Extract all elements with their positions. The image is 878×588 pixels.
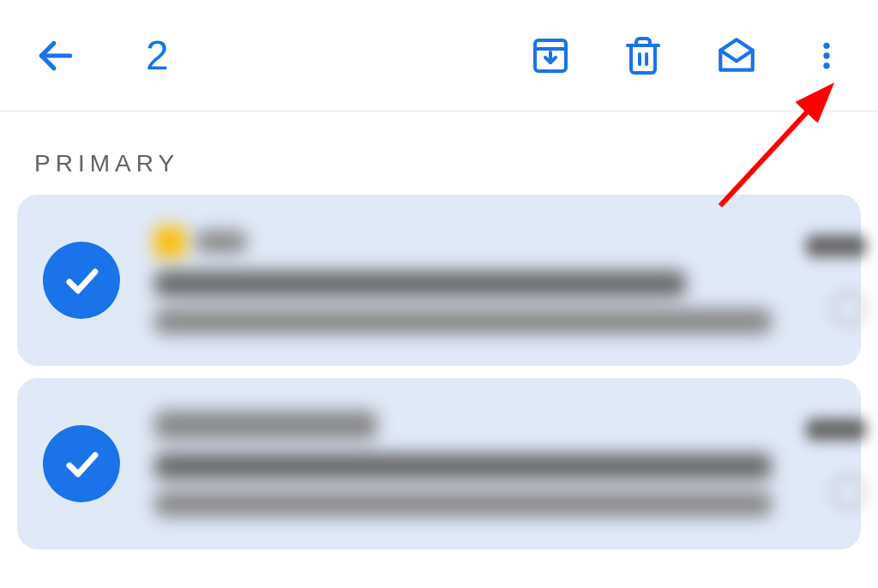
selection-toolbar: 2 [0,0,878,111]
selection-indicator[interactable] [43,242,120,319]
email-subject [154,453,772,479]
sender-name [195,231,247,253]
more-options-button[interactable] [809,35,844,76]
email-content [154,411,772,517]
selection-indicator[interactable] [43,425,120,502]
sender-name [154,411,377,440]
section-label: PRIMARY [0,111,878,195]
email-item[interactable] [17,195,861,366]
archive-icon [530,35,571,76]
email-meta [806,418,866,509]
toolbar-left: 2 [34,32,169,79]
svg-point-8 [823,63,829,69]
back-button[interactable] [34,34,77,77]
svg-point-7 [823,52,829,58]
more-vertical-icon [809,35,844,76]
email-subject [154,271,686,297]
mark-read-button[interactable] [715,34,758,77]
selection-count: 2 [146,32,169,79]
mail-open-icon [715,34,758,77]
svg-point-6 [823,42,829,48]
email-sender-row [154,226,772,257]
sender-badge [154,226,185,257]
email-time [806,418,866,441]
email-list [0,195,878,549]
star-button[interactable] [832,291,866,326]
email-content [154,226,772,334]
check-icon [61,260,102,301]
email-sender-row [154,411,772,440]
toolbar-right [530,34,844,77]
check-icon [61,443,102,484]
delete-button[interactable] [622,35,664,76]
email-item[interactable] [17,378,861,549]
star-button[interactable] [832,475,866,509]
email-time [806,235,866,257]
email-meta [806,235,866,326]
arrow-left-icon [34,34,77,77]
archive-button[interactable] [530,35,571,76]
trash-icon [622,35,664,76]
email-preview [154,309,772,334]
email-preview [154,491,772,517]
